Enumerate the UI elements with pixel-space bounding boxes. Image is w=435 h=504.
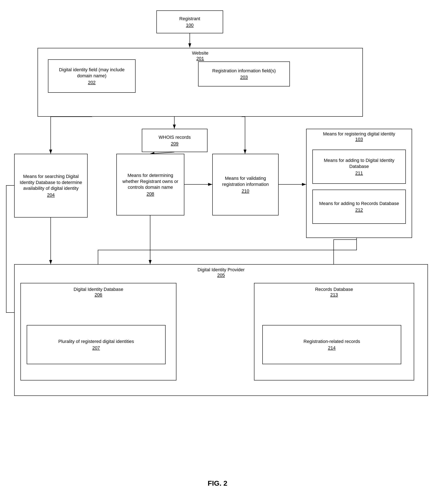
means-validating-box: Means for validating registration inform… <box>212 154 279 216</box>
records-database-label: Records Database <box>315 287 353 292</box>
means-adding-digital-label: Means for adding to Digital Identity Dat… <box>315 158 403 169</box>
plurality-registered-label: Plurality of registered digital identiti… <box>58 339 134 345</box>
means-searching-box: Means for searching Digital Identity Dat… <box>14 154 88 217</box>
means-registering-ref: 103 <box>323 137 395 142</box>
svg-line-3 <box>150 152 174 154</box>
digital-identity-field-ref: 202 <box>88 80 96 85</box>
registration-info-field-ref: 203 <box>240 75 248 80</box>
digital-identity-field-box: Digital identity field (may include doma… <box>48 59 136 93</box>
digital-identity-database-ref: 206 <box>74 292 123 297</box>
registrant-box: Registrant 100 <box>156 10 223 33</box>
whois-records-label: WHOIS records <box>158 134 191 140</box>
registrant-ref: 100 <box>186 23 194 28</box>
means-determining-ref: 208 <box>147 191 154 197</box>
website-ref: 201 <box>192 56 208 61</box>
diagram-container: Registrant 100 Website 201 Digital ident… <box>0 0 435 504</box>
digital-identity-provider-label: Digital Identity Provider <box>197 267 245 272</box>
website-label: Website <box>192 50 208 56</box>
means-adding-records-ref: 212 <box>355 207 363 213</box>
means-determining-box: Means for determining whether Registrant… <box>116 154 184 216</box>
digital-identity-provider-ref: 205 <box>197 272 245 278</box>
means-registering-label: Means for registering digital identity <box>323 131 395 137</box>
whois-records-ref: 209 <box>171 141 178 146</box>
means-validating-label: Means for validating registration inform… <box>215 175 276 187</box>
means-searching-ref: 204 <box>47 192 55 198</box>
whois-records-box: WHOIS records 209 <box>142 129 207 152</box>
registration-related-records-label: Registration-related records <box>303 339 360 345</box>
registration-info-field-box: Registration information field(s) 203 <box>198 62 290 86</box>
records-database-ref: 213 <box>315 292 353 297</box>
means-validating-ref: 210 <box>242 188 250 194</box>
registration-related-records-ref: 214 <box>328 345 336 351</box>
fig-label: FIG. 2 <box>208 479 227 487</box>
plurality-registered-ref: 207 <box>93 345 100 351</box>
means-searching-label: Means for searching Digital Identity Dat… <box>17 174 85 191</box>
means-adding-records-label: Means for adding to Records Database <box>319 201 399 207</box>
registration-info-field-label: Registration information field(s) <box>212 68 276 74</box>
registration-related-records-box: Registration-related records 214 <box>262 325 401 364</box>
means-determining-label: Means for determining whether Registrant… <box>119 172 181 190</box>
means-adding-records-box: Means for adding to Records Database 212 <box>312 189 406 224</box>
digital-identity-database-label: Digital Identity Database <box>74 287 123 292</box>
digital-identity-field-label: Digital identity field (may include doma… <box>51 67 133 79</box>
means-adding-digital-box: Means for adding to Digital Identity Dat… <box>312 150 406 184</box>
means-adding-digital-ref: 211 <box>355 171 363 176</box>
registrant-label: Registrant <box>179 16 200 22</box>
plurality-registered-box: Plurality of registered digital identiti… <box>27 325 166 364</box>
